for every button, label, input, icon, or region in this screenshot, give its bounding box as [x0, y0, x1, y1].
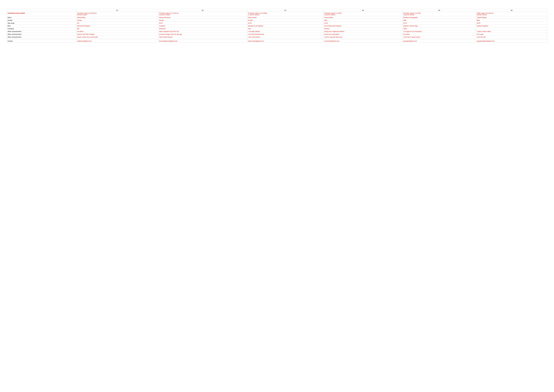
row-label-1: Name [7, 16, 76, 19]
cell-r7-c0: Passion with Tattoo Designs [76, 33, 158, 36]
table-row-5: CompanyDEIFreelancerAltroSiemensAltran [7, 27, 547, 30]
cell-r8-c0: Search reviews from social media [76, 36, 158, 39]
cell-r5-c0: DEI [76, 27, 158, 30]
row-label-3: Age range [7, 22, 76, 25]
cell-r10-c4: georgake@gmail.com [402, 40, 476, 42]
cell-r3-c2: 26-35 [247, 22, 323, 25]
cell-r10-c2: kasimi.athina@gmail.com [247, 40, 323, 42]
cell-r7-c3: He has two small tattoos [323, 33, 402, 36]
cell-r4-c5: Software Engineer [476, 25, 547, 27]
cell-r8-c3: I want an app with tattoo insp [323, 36, 402, 39]
cell-r5-c5 [476, 27, 547, 30]
cell-r10-c1: haroula42gazonk@gmail.com [158, 40, 247, 42]
cell-r0-c4: Thursday, August 2 at 19:00In-person Ses… [402, 12, 476, 16]
cell-r8-c2: I don't read reviews [247, 36, 323, 39]
row-label-8: Other characteristics [7, 36, 76, 39]
cell-r2-c3: Male [323, 19, 402, 22]
row-label-5: Company [7, 27, 76, 30]
cell-r8-c5: I don't like ads [476, 36, 547, 39]
cell-r2-c0: Female [76, 19, 158, 22]
cell-r6-c5: I want to make a tattoo [476, 30, 547, 33]
cell-r5-c2: Altro [247, 27, 323, 30]
cell-r0-c3: Thursday, August 2 at 18:00In-person Ses… [323, 12, 402, 16]
table-row-1: NameDimitra MikouHaroula PlemenouAthina … [7, 16, 547, 19]
cell-r9-c2 [247, 39, 323, 40]
row-label-6: Other characteristics [7, 30, 76, 33]
row-label-0: Scheduled session details [7, 12, 76, 16]
cell-r9-c1 [158, 39, 247, 40]
cell-r6-c1: Tattoo inspiration from FB & Inst [158, 30, 247, 33]
table-row-7: Other characteristicsPassion with Tattoo… [7, 33, 547, 36]
column-header-p6: P6 [476, 9, 547, 12]
table-row-0: Scheduled session detailsThursday, Augus… [7, 12, 547, 16]
row-label-10: Contact [7, 40, 76, 42]
cell-r1-c5: Yogesh Rabban [476, 16, 547, 19]
cell-r5-c1: Freelancer [158, 27, 247, 30]
cell-r4-c2: Manager as an Engineer [247, 25, 323, 27]
cell-r9-c5 [476, 39, 547, 40]
cell-r3-c5: 26-35 [476, 22, 547, 25]
cell-r3-c1: 36-45 [158, 22, 247, 25]
cell-r0-c0: Thursday, August 2 at 10:00 amRemote Ses… [76, 12, 158, 16]
cell-r10-c5: yogeshpeddiwar@gmail.com [476, 40, 547, 42]
cell-r7-c5: He is quiet [476, 33, 547, 36]
column-header-p2: P2 [158, 9, 247, 12]
cell-r4-c1: Translator [158, 25, 247, 27]
cell-r9-c0 [76, 39, 158, 40]
cell-r6-c3: Annoys him complicate interface [323, 30, 402, 33]
row-label-2: Gender [7, 19, 76, 22]
cell-r8-c1: View & Write Reviews [158, 36, 247, 39]
cell-r7-c2: I don't like advertisements [247, 33, 323, 36]
cell-r1-c4: Efstathios Georgakakis [402, 16, 476, 19]
cell-r0-c5: Fridat, August 3 at 8:00 amRemote Sessio… [476, 12, 547, 16]
cell-r1-c1: Haroula Plemenou [158, 16, 247, 19]
spreadsheet-container: P1P2P3P4P5P6 Scheduled session detailsTh… [7, 9, 547, 42]
table-row-2: GenderFemaleFemaleFemaleMaleMaleMale [7, 19, 547, 22]
cell-r8-c4: I don't like to repeat actions [402, 36, 476, 39]
cell-r2-c1: Female [158, 19, 247, 22]
column-header-p4: P4 [323, 9, 402, 12]
spreadsheet-table: P1P2P3P4P5P6 Scheduled session detailsTh… [7, 9, 547, 42]
cell-r6-c4: I use apps for my conveyance [402, 30, 476, 33]
cell-r9-c3 [323, 39, 402, 40]
column-header-p3: P3 [247, 9, 323, 12]
cell-r0-c2: Thursday, August 2 at 13:00pmIn -person … [247, 12, 323, 16]
cell-r1-c3: Antony Halkos [323, 16, 402, 19]
cell-r1-c2: Athina Kasimi [247, 16, 323, 19]
cell-r10-c3: ch.antonis@hotmail.com [323, 40, 402, 42]
cell-r4-c3: Junior Mechanical Engineer [323, 25, 402, 27]
header-row: P1P2P3P4P5P6 [7, 9, 547, 12]
row-label-4: Role [7, 25, 76, 27]
row-label-9 [7, 39, 76, 40]
table-row-9 [7, 39, 547, 40]
table-row-6: Other characteristicsNo tattoosTattoo in… [7, 30, 547, 33]
cell-r3-c4: 26-35 [402, 22, 476, 25]
cell-r0-c1: Thursday, August 2 at 11:30 amIn-person … [158, 12, 247, 16]
table-row-4: RoleMechanical EngineerTranslatorManager… [7, 25, 547, 27]
column-header-p5: P5 [402, 9, 476, 12]
cell-r9-c4 [402, 39, 476, 40]
cell-r1-c0: Dimitra Mikou [76, 16, 158, 19]
empty-header [7, 9, 76, 12]
column-header-p1: P1 [76, 9, 158, 12]
cell-r6-c2: I use daily Linkedin [247, 30, 323, 33]
table-row-10: Contactmidieternal@gmail.comharoula42gaz… [7, 40, 547, 42]
cell-r7-c1: Annoys her Bugs & Ads mix with app [158, 33, 247, 36]
cell-r2-c5: Male [476, 19, 547, 22]
cell-r4-c0: Mechanical Engineer [76, 25, 158, 27]
cell-r5-c3: Siemens [323, 27, 402, 30]
row-label-7: Other characteristics [7, 33, 76, 36]
cell-r4-c4: Engineer- Wind Energy [402, 25, 476, 27]
cell-r3-c3: 26-35 [323, 22, 402, 25]
cell-r3-c0: 46+ [76, 22, 158, 25]
cell-r6-c0: No tattoos [76, 30, 158, 33]
cell-r2-c2: Female [247, 19, 323, 22]
table-row-3: Age range46+36-4526-3526-3526-3526-35 [7, 22, 547, 25]
table-row-8: Other characteristicsSearch reviews from… [7, 36, 547, 39]
cell-r2-c4: Male [402, 19, 476, 22]
cell-r7-c4: One tattoo [402, 33, 476, 36]
cell-r10-c0: midieternal@gmail.com [76, 40, 158, 42]
cell-r5-c4: Altran [402, 27, 476, 30]
